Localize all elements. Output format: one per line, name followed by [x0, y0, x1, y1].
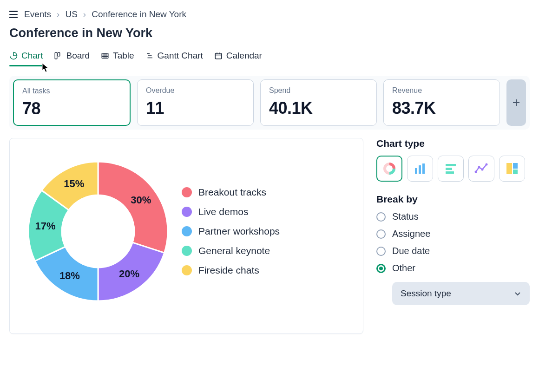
- break-by-option[interactable]: Status: [376, 211, 530, 222]
- radio-label: Status: [392, 211, 419, 222]
- legend-item: General keynote: [182, 245, 280, 256]
- chart-type-donut[interactable]: [376, 156, 402, 182]
- legend-label: General keynote: [198, 245, 270, 256]
- svg-rect-0: [55, 52, 58, 59]
- legend-item: Breakout tracks: [182, 187, 280, 198]
- legend-swatch: [182, 226, 192, 236]
- chevron-right-icon: ›: [83, 9, 86, 20]
- svg-rect-19: [422, 163, 425, 174]
- radio-icon: [376, 229, 386, 239]
- donut-slice-label: 18%: [59, 270, 80, 282]
- menu-icon[interactable]: [9, 11, 18, 18]
- legend-swatch: [182, 246, 192, 256]
- chart-legend: Breakout tracksLive demosPartner worksho…: [182, 187, 280, 276]
- donut-slice-label: 30%: [131, 194, 151, 206]
- legend-item: Partner workshops: [182, 226, 280, 237]
- legend-swatch: [182, 187, 192, 197]
- legend-item: Fireside chats: [182, 265, 280, 276]
- radio-icon: [376, 247, 386, 256]
- tab-gantt[interactable]: Gantt Chart: [145, 49, 203, 66]
- breadcrumb-current: Conference in New York: [92, 9, 186, 20]
- chart-type-bar[interactable]: [407, 156, 433, 182]
- legend-swatch: [182, 207, 192, 217]
- donut-chart: 30%20%18%17%15%: [24, 157, 172, 306]
- donut-slice: [98, 162, 168, 253]
- donut-slice-label: 15%: [64, 178, 84, 190]
- svg-point-24: [478, 166, 480, 169]
- tab-board[interactable]: Board: [54, 49, 90, 66]
- breadcrumb-us[interactable]: US: [65, 9, 77, 20]
- legend-label: Fireside chats: [198, 265, 259, 276]
- legend-label: Partner workshops: [198, 226, 280, 237]
- chart-type-treemap[interactable]: [499, 156, 525, 182]
- radio-label: Other: [392, 263, 415, 274]
- svg-rect-22: [446, 171, 454, 174]
- radio-icon: [376, 212, 386, 222]
- svg-point-23: [475, 171, 477, 173]
- legend-swatch: [182, 265, 192, 275]
- svg-rect-21: [446, 168, 452, 170]
- legend-label: Live demos: [198, 206, 248, 217]
- tab-table[interactable]: Table: [101, 49, 134, 66]
- tab-chart[interactable]: Chart: [9, 49, 43, 66]
- card-label: Spend: [269, 86, 368, 95]
- break-by-heading: Break by: [376, 194, 530, 205]
- break-by-dropdown[interactable]: Session type: [392, 282, 530, 305]
- chart-type-heading: Chart type: [376, 138, 530, 149]
- card-value: 40.1K: [269, 98, 368, 118]
- svg-rect-1: [58, 52, 60, 56]
- card-label: Revenue: [392, 86, 491, 95]
- tab-calendar[interactable]: Calendar: [214, 49, 262, 66]
- svg-rect-18: [419, 165, 421, 174]
- card-value: 83.7K: [392, 98, 491, 118]
- svg-point-26: [486, 163, 488, 166]
- break-by-options: StatusAssigneeDue dateOther: [376, 211, 530, 274]
- radio-icon: [376, 264, 386, 273]
- tab-label: Chart: [21, 51, 43, 61]
- svg-rect-2: [102, 53, 108, 59]
- card-value: 11: [146, 98, 245, 118]
- svg-rect-17: [415, 168, 417, 174]
- chart-type-line[interactable]: [468, 156, 494, 182]
- card-revenue[interactable]: Revenue 83.7K: [383, 79, 500, 126]
- chart-type-hbar[interactable]: [438, 156, 464, 182]
- donut-slice-label: 17%: [35, 220, 55, 232]
- card-value: 78: [22, 99, 121, 118]
- card-spend[interactable]: Spend 40.1K: [260, 79, 377, 126]
- svg-rect-28: [513, 163, 518, 169]
- summary-cards: All tasks 78 Overdue 11 Spend 40.1K Reve…: [9, 76, 530, 130]
- radio-label: Due date: [392, 246, 430, 256]
- chevron-right-icon: ›: [57, 9, 59, 20]
- cursor-icon: [42, 63, 50, 73]
- card-label: Overdue: [146, 86, 245, 95]
- chart-config-panel: Chart type: [376, 138, 530, 334]
- donut-slice-label: 20%: [119, 268, 139, 280]
- add-card-button[interactable]: [506, 79, 526, 126]
- radio-label: Assignee: [392, 229, 430, 239]
- chart-panel: 30%20%18%17%15% Breakout tracksLive demo…: [9, 138, 363, 334]
- chevron-down-icon: [514, 290, 521, 297]
- breadcrumb: Events › US › Conference in New York: [24, 9, 186, 20]
- dropdown-value: Session type: [401, 288, 451, 299]
- breadcrumb-events[interactable]: Events: [24, 9, 51, 20]
- card-overdue[interactable]: Overdue 11: [137, 79, 254, 126]
- svg-rect-20: [446, 164, 456, 166]
- tab-label: Table: [113, 51, 134, 61]
- tab-label: Calendar: [226, 51, 262, 61]
- svg-rect-27: [506, 163, 512, 174]
- page-title: Conference in New York: [9, 26, 530, 40]
- svg-rect-29: [513, 170, 518, 174]
- card-label: All tasks: [22, 87, 121, 95]
- svg-rect-10: [215, 53, 222, 59]
- legend-item: Live demos: [182, 206, 280, 217]
- legend-label: Breakout tracks: [198, 187, 266, 198]
- svg-point-25: [481, 169, 484, 171]
- view-tabs: Chart Board Table Gantt Chart Calendar: [9, 49, 530, 66]
- card-all-tasks[interactable]: All tasks 78: [13, 79, 131, 126]
- tab-label: Board: [66, 51, 90, 61]
- tab-label: Gantt Chart: [158, 51, 203, 61]
- break-by-option[interactable]: Other: [376, 263, 530, 274]
- break-by-option[interactable]: Assignee: [376, 229, 530, 239]
- break-by-option[interactable]: Due date: [376, 246, 530, 256]
